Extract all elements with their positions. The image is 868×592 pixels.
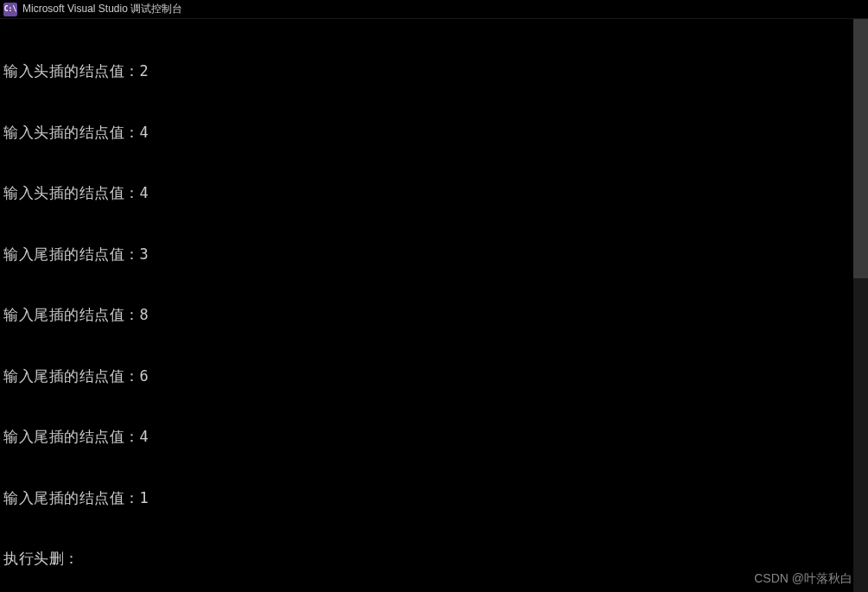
console-line: 输入头插的结点值：2 [3,61,865,82]
console-line: 输入尾插的结点值：6 [3,366,865,387]
console-line: 执行头删： [3,549,865,570]
scrollbar-thumb[interactable] [853,19,868,278]
vertical-scrollbar[interactable] [853,19,868,592]
console-line: 输入尾插的结点值：8 [3,305,865,326]
console-line: 输入头插的结点值：4 [3,123,865,143]
console-line: 输入尾插的结点值：1 [3,488,865,509]
title-bar: C:\ Microsoft Visual Studio 调试控制台 [0,0,868,19]
window-title: Microsoft Visual Studio 调试控制台 [22,2,182,16]
watermark-text: CSDN @叶落秋白 [754,571,852,587]
console-output[interactable]: 输入头插的结点值：2 输入头插的结点值：4 输入头插的结点值：4 输入尾插的结点… [0,19,868,592]
console-line: 输入尾插的结点值：4 [3,427,865,448]
console-line: 输入头插的结点值：4 [3,183,865,204]
console-line: 输入尾插的结点值：3 [3,245,865,265]
app-icon: C:\ [3,3,17,16]
